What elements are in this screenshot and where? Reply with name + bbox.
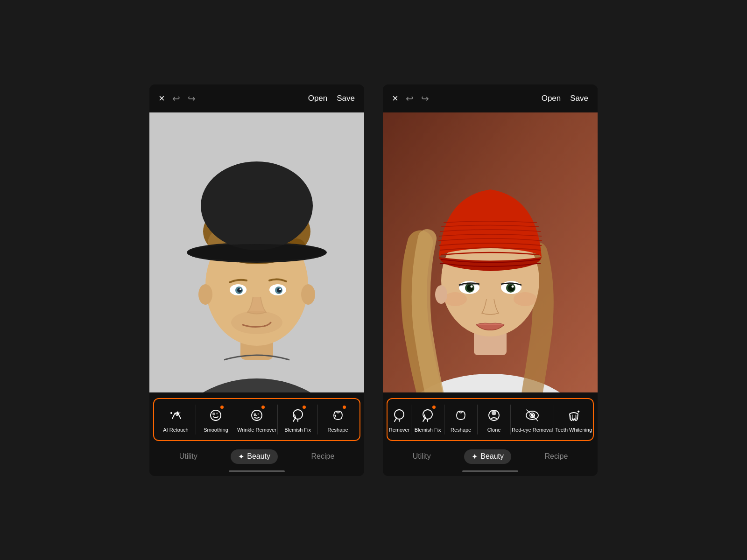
phone-screen-2: × ↩ ↪ Open Save — [383, 84, 598, 476]
svg-point-29 — [211, 410, 221, 420]
open-button-2[interactable]: Open — [542, 94, 561, 103]
clone-icon — [485, 406, 503, 424]
nav-tabs-1: Utility ✦ Beauty Recipe — [149, 445, 364, 468]
tab-beauty-label-2: Beauty — [480, 452, 504, 461]
undo-button-2[interactable]: ↩ — [406, 93, 414, 104]
svg-point-19 — [237, 288, 242, 293]
tool-smoothing[interactable]: Smoothing — [196, 405, 236, 434]
undo-button-1[interactable]: ↩ — [172, 93, 180, 104]
tab-beauty-2[interactable]: ✦ Beauty — [464, 449, 511, 464]
svg-line-56 — [395, 418, 397, 421]
tab-recipe-1[interactable]: Recipe — [303, 449, 342, 463]
top-bar-2: × ↩ ↪ Open Save — [383, 84, 598, 112]
wrinkle-remover-icon-2 — [390, 406, 408, 424]
svg-point-30 — [212, 413, 215, 415]
tool-wrinkle-remover-2[interactable]: Remover — [388, 405, 411, 434]
redo-button-2[interactable]: ↪ — [421, 93, 429, 104]
tool-label-smoothing: Smoothing — [204, 427, 228, 433]
blemish-fix-dot-1 — [303, 406, 306, 409]
home-indicator-1 — [229, 470, 285, 472]
svg-point-34 — [258, 413, 259, 414]
tool-label-red-eye: Red-eye Removal — [512, 427, 553, 433]
nav-tabs-2: Utility ✦ Beauty Recipe — [383, 445, 598, 468]
tool-label-blemish-fix-2: Blemish Fix — [415, 427, 441, 433]
tool-label-teeth: Teeth Whitening — [555, 427, 592, 433]
smoothing-dot — [220, 406, 224, 409]
tool-blemish-fix-2[interactable]: Blemish Fix — [411, 405, 444, 434]
tool-wrinkle-remover[interactable]: Wrinkle Remover — [236, 405, 277, 434]
svg-point-27 — [301, 284, 315, 305]
open-button-1[interactable]: Open — [308, 94, 328, 103]
photo-woman — [383, 112, 598, 392]
svg-point-63 — [492, 411, 496, 415]
bottom-panel-2: Remover Blemish Fix — [383, 394, 598, 476]
svg-point-26 — [198, 284, 212, 305]
smoothing-icon — [207, 406, 225, 424]
svg-line-59 — [423, 418, 425, 421]
svg-point-55 — [395, 410, 404, 419]
tool-ai-retouch[interactable]: AI Retouch — [156, 405, 196, 434]
blemish-fix-icon-2 — [419, 406, 437, 424]
tool-label-ai-retouch: AI Retouch — [163, 427, 188, 433]
tools-strip-2: Remover Blemish Fix — [387, 398, 594, 441]
photo-area-1 — [149, 112, 364, 394]
save-button-1[interactable]: Save — [337, 94, 355, 103]
svg-line-60 — [424, 415, 425, 418]
close-button-1[interactable]: × — [159, 92, 165, 105]
svg-point-50 — [508, 285, 514, 291]
svg-point-28 — [170, 412, 172, 414]
tab-beauty-1[interactable]: ✦ Beauty — [231, 449, 278, 464]
tool-reshape-2[interactable]: Reshape — [444, 405, 477, 434]
blemish-fix-icon-1 — [289, 406, 307, 424]
tool-teeth[interactable]: Teeth Whitening — [554, 405, 593, 434]
blemish-fix-dot-2 — [432, 406, 436, 409]
photo-man — [149, 112, 364, 392]
header-actions-1: Open Save — [308, 94, 355, 103]
undo-redo-group-1: ↩ ↪ — [172, 93, 308, 104]
svg-point-54 — [435, 285, 447, 304]
bottom-panel-1: AI Retouch Smoothing — [149, 394, 364, 476]
svg-point-20 — [240, 288, 241, 290]
svg-point-31 — [216, 413, 218, 414]
tab-beauty-label-1: Beauty — [247, 452, 270, 461]
save-button-2[interactable]: Save — [570, 94, 588, 103]
undo-redo-group-2: ↩ ↪ — [406, 93, 542, 104]
wrinkle-remover-dot — [261, 406, 265, 409]
svg-line-37 — [295, 415, 296, 418]
header-actions-2: Open Save — [542, 94, 588, 103]
tool-label-blemish-fix-1: Blemish Fix — [284, 427, 311, 433]
svg-point-15 — [201, 161, 313, 250]
tab-utility-2[interactable]: Utility — [405, 449, 438, 463]
svg-point-53 — [514, 292, 537, 306]
reshape-icon — [329, 406, 347, 424]
wrinkle-remover-icon — [248, 406, 266, 424]
tool-label-reshape: Reshape — [328, 427, 348, 433]
svg-point-25 — [231, 311, 282, 334]
phone-screen-1: × ↩ ↪ Open Save — [149, 84, 364, 476]
svg-point-23 — [277, 288, 282, 293]
teeth-icon — [565, 406, 583, 424]
tool-reshape[interactable]: Reshape — [317, 405, 358, 434]
screens-container: × ↩ ↪ Open Save — [149, 84, 598, 476]
reshape-dot — [343, 406, 346, 409]
tool-label-wrinkle-remover: Wrinkle Remover — [237, 427, 276, 433]
tool-clone[interactable]: Clone — [477, 405, 510, 434]
ai-retouch-icon — [167, 406, 184, 424]
beauty-icon-2: ✦ — [472, 452, 478, 461]
tool-blemish-fix-1[interactable]: Blemish Fix — [277, 405, 317, 434]
redo-button-1[interactable]: ↪ — [188, 93, 196, 104]
photo-area-2 — [383, 112, 598, 394]
tool-label-remover: Remover — [389, 427, 410, 433]
svg-line-36 — [293, 418, 296, 421]
svg-point-32 — [252, 410, 262, 420]
top-bar-1: × ↩ ↪ Open Save — [149, 84, 364, 112]
tab-utility-1[interactable]: Utility — [172, 449, 205, 463]
beauty-icon-1: ✦ — [238, 452, 244, 461]
svg-point-51 — [512, 285, 514, 287]
close-button-2[interactable]: × — [392, 92, 398, 105]
tool-red-eye[interactable]: Red-eye Removal — [510, 405, 554, 434]
tool-label-clone: Clone — [487, 427, 501, 433]
svg-point-24 — [279, 288, 281, 290]
tab-recipe-2[interactable]: Recipe — [537, 449, 575, 463]
reshape-icon-2 — [452, 406, 470, 424]
